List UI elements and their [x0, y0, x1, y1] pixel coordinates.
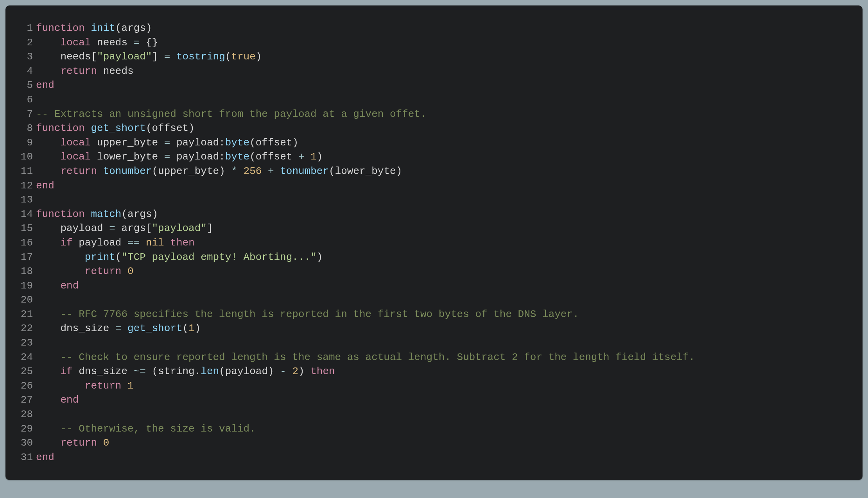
code-line: 28: [13, 407, 855, 422]
token-kw: function: [36, 22, 85, 34]
token-ident: [85, 208, 91, 220]
code-line: 13: [13, 193, 855, 207]
token-ident: [36, 251, 85, 263]
token-fname: init: [91, 22, 115, 34]
code-content: end: [36, 393, 79, 407]
token-ident: [85, 122, 91, 134]
line-number: 25: [13, 364, 36, 379]
token-ident: [237, 165, 244, 177]
token-num: 256: [244, 165, 262, 177]
line-number: 6: [13, 93, 36, 107]
token-ident: [36, 37, 60, 48]
token-fname: get_short: [127, 322, 182, 334]
code-content: return 1: [36, 379, 134, 393]
code-line: 15 payload = args["payload"]: [13, 221, 855, 236]
code-content: -- Otherwise, the size is valid.: [36, 422, 256, 436]
token-num: 2: [292, 365, 298, 377]
code-line: 4 return needs: [13, 64, 855, 79]
token-fname: tostring: [176, 51, 225, 63]
token-comment: -- RFC 7766 specifies the length is repo…: [60, 308, 579, 320]
token-op: ~=: [134, 365, 146, 377]
token-fname: match: [91, 208, 121, 220]
token-ident: [140, 37, 146, 48]
code-content: payload = args["payload"]: [36, 221, 213, 236]
token-op: =: [164, 51, 170, 63]
token-num: 0: [127, 265, 134, 277]
token-op: =: [134, 37, 140, 48]
token-kw: end: [60, 394, 79, 406]
line-number: 3: [13, 50, 36, 64]
token-punc: ): [317, 151, 323, 163]
token-num: 1: [310, 151, 317, 163]
code-line: 26 return 1: [13, 379, 855, 393]
token-fname: len: [201, 365, 219, 377]
code-content: return needs: [36, 64, 134, 79]
code-content: return tonumber(upper_byte) * 256 + tonu…: [36, 164, 402, 179]
line-number: 16: [13, 236, 36, 250]
line-number: 29: [13, 422, 36, 436]
token-punc: ): [317, 251, 323, 263]
code-line: 6: [13, 93, 855, 107]
code-content: function match(args): [36, 207, 158, 222]
token-punc: :: [219, 137, 225, 149]
code-line: 23: [13, 336, 855, 350]
token-punc: .: [195, 365, 201, 377]
line-number: 1: [13, 21, 36, 36]
line-number: 17: [13, 250, 36, 265]
token-punc: (: [225, 51, 231, 63]
code-line: 9 local upper_byte = payload:byte(offset…: [13, 136, 855, 150]
token-fname: get_short: [91, 122, 145, 134]
line-number: 23: [13, 336, 36, 350]
code-block: 1function init(args)2 local needs = {}3 …: [5, 5, 863, 480]
token-ident: lower_byte: [335, 165, 396, 177]
code-content: end: [36, 279, 79, 293]
token-fname: tonumber: [280, 165, 329, 177]
token-ident: [121, 380, 127, 392]
token-punc: [: [146, 222, 152, 234]
code-line: 3 needs["payload"] = tostring(true): [13, 50, 855, 64]
token-punc: (: [152, 365, 158, 377]
token-comment: -- Otherwise, the size is valid.: [60, 423, 255, 435]
code-content: end: [36, 179, 54, 193]
line-number: 20: [13, 293, 36, 307]
token-ident: [164, 237, 170, 249]
token-ident: args: [115, 222, 146, 234]
token-ident: [305, 365, 311, 377]
code-line: 29 -- Otherwise, the size is valid.: [13, 422, 855, 436]
line-number: 22: [13, 321, 36, 336]
code-content: end: [36, 450, 54, 465]
token-comment: -- Check to ensure reported length is th…: [60, 351, 695, 363]
token-ident: [140, 237, 146, 249]
token-punc: (: [115, 251, 122, 263]
code-content: [36, 407, 42, 422]
token-kw: return: [60, 65, 97, 77]
token-kw: then: [170, 237, 194, 249]
token-ident: [262, 165, 268, 177]
token-punc: ): [146, 22, 152, 34]
token-ident: [286, 365, 292, 377]
token-punc: (: [121, 208, 127, 220]
token-punc: ): [152, 208, 158, 220]
code-line: 16 if payload == nil then: [13, 236, 855, 250]
token-punc: (: [146, 122, 152, 134]
token-ident: upper_byte: [158, 165, 219, 177]
token-num: 0: [103, 437, 109, 449]
token-ident: [97, 437, 103, 449]
code-content: needs["payload"] = tostring(true): [36, 50, 262, 64]
code-content: -- RFC 7766 specifies the length is repo…: [36, 307, 579, 322]
code-line: 10 local lower_byte = payload:byte(offse…: [13, 150, 855, 164]
token-fname: tonumber: [103, 165, 152, 177]
token-kw: local: [60, 137, 91, 149]
code-line: 24 -- Check to ensure reported length is…: [13, 350, 855, 365]
token-punc: ): [292, 137, 298, 149]
token-ident: offset: [152, 122, 188, 134]
token-kw: return: [60, 165, 97, 177]
token-ident: [305, 151, 311, 163]
token-ident: [36, 265, 85, 277]
code-line: 1function init(args): [13, 21, 855, 36]
code-content: [36, 293, 42, 307]
code-line: 5end: [13, 78, 855, 93]
line-number: 21: [13, 307, 36, 322]
token-ident: [36, 165, 60, 177]
token-ident: string: [158, 365, 195, 377]
